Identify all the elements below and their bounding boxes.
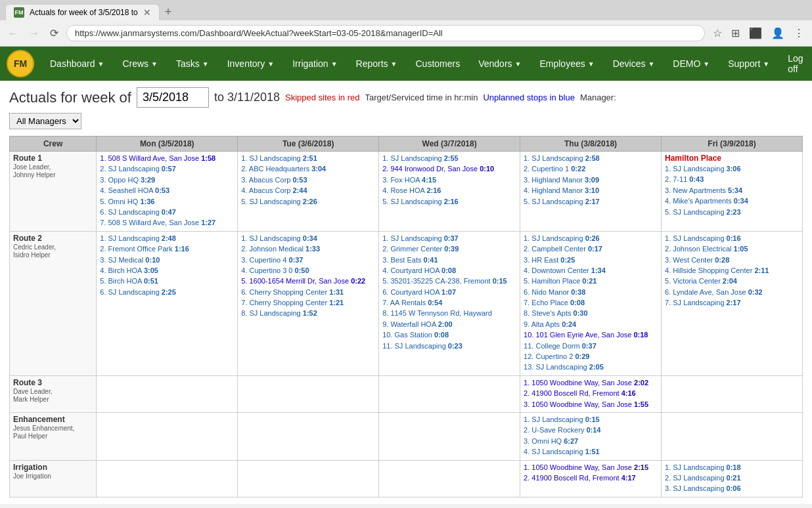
stop-link[interactable]: 10. Gas Station 0:08	[382, 330, 516, 340]
stop-link[interactable]: 2. Grimmer Center 0:39	[382, 244, 516, 254]
stop-link[interactable]: 3. Cupertino 4 0:37	[241, 255, 375, 265]
stop-link[interactable]: 1. SJ Landscaping 3:06	[665, 164, 799, 174]
stop-link[interactable]: 1. SJ Landscaping 0:34	[241, 234, 375, 243]
stop-link[interactable]: 1. 1050 Woodbine Way, San Jose 2:02	[524, 378, 658, 388]
stop-link[interactable]: 3. Abacus Corp 0:53	[241, 175, 375, 185]
stop-link[interactable]: 5. 35201-35225 CA-238, Fremont 0:15	[382, 276, 516, 286]
nav-item-support[interactable]: Support ▼	[719, 47, 778, 81]
stop-link[interactable]: 2. Johnson Medical 1:33	[241, 244, 375, 254]
active-tab[interactable]: FM Actuals for week of 3/5/2018 to ✕	[5, 4, 160, 20]
manager-select[interactable]: All Managers	[9, 113, 81, 129]
nav-item-logoff[interactable]: Log off	[778, 47, 812, 81]
stop-link[interactable]: 1. SJ Landscaping 0:37	[382, 234, 516, 243]
stop-link[interactable]: 5. 1600-1654 Merrill Dr, San Jose 0:22	[241, 276, 375, 286]
stop-link[interactable]: 5. SJ Landscaping 2:26	[241, 197, 375, 207]
stop-link[interactable]: 1. SJ Landscaping 2:58	[524, 154, 658, 163]
bookmark-button[interactable]: ☆	[710, 26, 725, 41]
stop-link[interactable]: 13. SJ Landscaping 2:05	[524, 362, 658, 372]
nav-item-devices[interactable]: Devices ▼	[604, 47, 664, 81]
stop-link[interactable]: 1. 1050 Woodbine Way, San Jose 2:15	[524, 463, 658, 473]
stop-link[interactable]: 1. SJ Landscaping 2:55	[382, 154, 516, 163]
nav-item-demo[interactable]: DEMO ▼	[664, 47, 719, 81]
extensions-button[interactable]: ⬛	[746, 26, 765, 41]
stop-link[interactable]: 5. SJ Landscaping 2:23	[665, 207, 799, 217]
stop-link[interactable]: 6. Cherry Shopping Center 1:31	[241, 287, 375, 297]
stop-link[interactable]: 2. ABC Headquarters 3:04	[241, 164, 375, 174]
stop-link[interactable]: 2. 7-11 0:43	[665, 175, 799, 184]
stop-link[interactable]: 7. SJ Landscaping 2:17	[665, 298, 799, 308]
new-tab-button[interactable]: +	[160, 5, 177, 19]
stop-link[interactable]: 5. Birch HOA 0:51	[100, 276, 234, 286]
stop-link[interactable]: 4. Seashell HOA 0:53	[100, 186, 234, 196]
stop-link[interactable]: 9. Waterfall HOA 2:00	[382, 320, 516, 329]
url-input[interactable]	[66, 25, 705, 41]
nav-item-reports[interactable]: Reports ▼	[347, 47, 407, 81]
stop-link[interactable]: 2. 41900 Boscell Rd, Fremont 4:17	[524, 473, 658, 483]
stop-link[interactable]: 2. Johnson Electrical 1:05	[665, 244, 799, 254]
stop-link[interactable]: 4. Mike's Apartments 0:34	[665, 196, 799, 206]
stop-link[interactable]: 2. 944 Ironwood Dr, San Jose 0:10	[382, 164, 516, 174]
stop-link[interactable]: 6. Courtyard HOA 1:07	[382, 287, 516, 297]
stop-link[interactable]: 3. Best Eats 0:41	[382, 255, 516, 265]
stop-link[interactable]: 7. AA Rentals 0:54	[382, 298, 516, 308]
nav-item-tasks[interactable]: Tasks ▼	[167, 47, 218, 81]
stop-link[interactable]: 8. Steve's Apts 0:30	[524, 308, 658, 318]
nav-item-irrigation[interactable]: Irrigation ▼	[283, 47, 346, 81]
stop-link[interactable]: 2. Fremont Office Park 1:16	[100, 244, 234, 254]
stop-link[interactable]: 4. Birch HOA 3:05	[100, 266, 234, 276]
stop-link[interactable]: 1. SJ Landscaping 0:15	[524, 415, 658, 425]
stop-link[interactable]: 6. Nido Manor 0:38	[524, 287, 658, 297]
stop-link[interactable]: 3. Oppo HQ 3:29	[100, 175, 234, 185]
stop-link[interactable]: 3. 1050 Woodbine Way, San Jose 1:55	[524, 400, 658, 410]
bookmark-list-button[interactable]: ⊞	[729, 26, 742, 41]
stop-link[interactable]: 5. SJ Landscaping 2:16	[382, 197, 516, 207]
stop-link[interactable]: 10. 101 Glen Eyrie Ave, San Jose 0:18	[524, 330, 658, 340]
stop-link[interactable]: 2. 41900 Boscell Rd, Fremont 4:16	[524, 389, 658, 398]
nav-item-vendors[interactable]: Vendors ▼	[469, 47, 530, 81]
stop-link[interactable]: 6. SJ Landscaping 0:47	[100, 207, 234, 217]
stop-link[interactable]: 2. SJ Landscaping 0:21	[665, 473, 799, 483]
stop-link[interactable]: 8. 1145 W Tennyson Rd, Hayward	[382, 308, 516, 318]
stop-link[interactable]: 3. Highland Manor 3:09	[524, 175, 658, 185]
stop-link[interactable]: 11. College Dorm 0:37	[524, 341, 658, 351]
stop-link[interactable]: 2. Campbell Center 0:17	[524, 244, 658, 254]
stop-link[interactable]: 3. SJ Landscaping 0:06	[665, 484, 799, 494]
back-button[interactable]: ←	[5, 25, 21, 42]
stop-link[interactable]: 4. Courtyard HOA 0:08	[382, 266, 516, 276]
forward-button[interactable]: →	[26, 25, 42, 42]
stop-link[interactable]: 9. Alta Apts 0:24	[524, 320, 658, 329]
stop-link[interactable]: 4. Cupertino 3 0 0:50	[241, 266, 375, 276]
stop-link[interactable]: 5. Omni HQ 1:36	[100, 197, 234, 207]
tab-close-button[interactable]: ✕	[143, 7, 151, 18]
stop-link[interactable]: 11. SJ Landscaping 0:23	[382, 341, 516, 351]
nav-item-crews[interactable]: Crews ▼	[113, 47, 167, 81]
stop-link[interactable]: 4. Hillside Shopping Center 2:11	[665, 266, 799, 276]
stop-link[interactable]: 7. 508 S Willard Ave, San Jose 1:27	[100, 218, 234, 228]
stop-link[interactable]: 1. SJ Landscaping 2:48	[100, 234, 234, 243]
stop-link[interactable]: 4. Highland Manor 3:10	[524, 186, 658, 196]
stop-link[interactable]: 1. SJ Landscaping 0:18	[665, 463, 799, 473]
stop-link[interactable]: 6. Lyndale Ave, San Jose 0:32	[665, 287, 799, 297]
stop-link[interactable]: 4. Downtown Center 1:34	[524, 266, 658, 276]
stop-link[interactable]: 12. Cupertino 2 0:29	[524, 352, 658, 362]
menu-button[interactable]: ⋮	[791, 26, 807, 41]
stop-link[interactable]: 1. SJ Landscaping 0:26	[524, 234, 658, 243]
stop-link[interactable]: 3. New Apartments 5:34	[665, 186, 799, 196]
stop-link[interactable]: 5. Hamilton Place 0:21	[524, 276, 658, 286]
stop-link[interactable]: 7. Echo Place 0:08	[524, 298, 658, 308]
stop-link[interactable]: 3. Omni HQ 6:27	[524, 436, 658, 446]
stop-link[interactable]: 3. West Center 0:28	[665, 255, 799, 265]
stop-link[interactable]: 4. SJ Landscaping 1:51	[524, 447, 658, 457]
stop-link[interactable]: 5. SJ Landscaping 2:17	[524, 197, 658, 207]
stop-link[interactable]: 8. SJ Landscaping 1:52	[241, 308, 375, 318]
stop-link[interactable]: 3. HR East 0:25	[524, 255, 658, 265]
stop-link[interactable]: 3. Fox HOA 4:15	[382, 175, 516, 185]
stop-link[interactable]: 7. Cherry Shopping Center 1:21	[241, 298, 375, 308]
stop-link[interactable]: 2. U-Save Rockery 0:14	[524, 425, 658, 435]
stop-link[interactable]: 2. SJ Landscaping 0:57	[100, 164, 234, 174]
stop-link[interactable]: 4. Rose HOA 2:16	[382, 186, 516, 196]
refresh-button[interactable]: ⟳	[47, 24, 61, 42]
nav-item-customers[interactable]: Customers	[407, 47, 470, 81]
stop-link[interactable]: 5. Victoria Center 2:04	[665, 276, 799, 286]
stop-link[interactable]: 1. 508 S Willard Ave, San Jose 1:58	[100, 154, 234, 163]
